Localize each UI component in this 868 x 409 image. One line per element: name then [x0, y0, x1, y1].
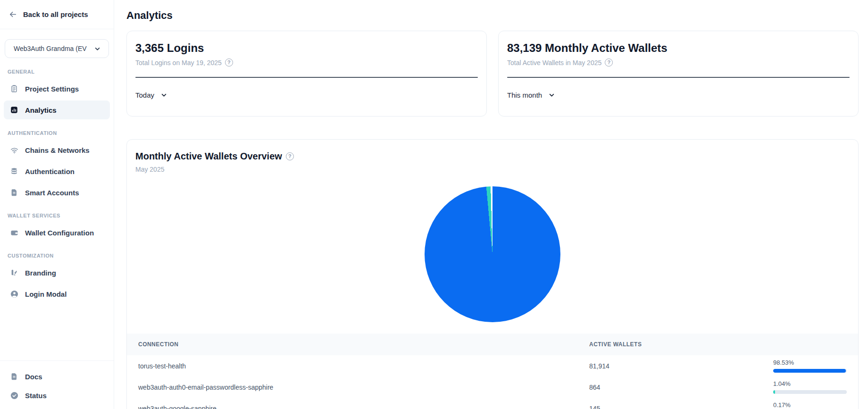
connections-table: CONNECTION ACTIVE WALLETS torus-test-hea… [127, 334, 858, 409]
section-label-authentication: AUTHENTICATION [8, 130, 106, 136]
help-icon[interactable]: ? [225, 58, 233, 67]
table-row: torus-test-health 81,914 98.53% [127, 355, 858, 376]
percent-label: 1.04% [773, 380, 847, 387]
check-circle-icon [9, 391, 19, 400]
sidebar-item-label: Smart Accounts [25, 189, 79, 197]
database-icon [9, 167, 19, 176]
sidebar-item-analytics[interactable]: Analytics [4, 100, 110, 119]
sidebar-item-label: Project Settings [25, 85, 79, 93]
connection-name: web3auth-auth0-email-passwordless-sapphi… [138, 384, 589, 391]
section-label-general: GENERAL [8, 69, 106, 75]
help-icon[interactable]: ? [605, 58, 613, 67]
sidebar-item-label: Status [25, 392, 47, 400]
section-label-customization: CUSTOMIZATION [8, 253, 106, 259]
sidebar-nav: GENERAL Project Settings Anal [0, 58, 114, 306]
progress-bar [773, 390, 847, 394]
sidebar-item-project-settings[interactable]: Project Settings [4, 79, 110, 98]
logins-stat-card: 3,365 Logins Total Logins on May 19, 202… [126, 31, 487, 117]
brush-icon [9, 268, 19, 277]
progress-bar-fill [773, 390, 775, 394]
chevron-down-icon [547, 90, 556, 100]
sidebar-item-label: Wallet Configuration [25, 229, 94, 237]
back-label: Back to all projects [23, 10, 88, 18]
arrow-left-icon [8, 10, 17, 19]
sidebar-item-label: Login Modal [25, 290, 67, 298]
sidebar-item-chains-networks[interactable]: Chains & Networks [4, 141, 110, 159]
active-wallets-stat-card: 83,139 Monthly Active Wallets Total Acti… [498, 31, 859, 117]
sidebar-item-label: Chains & Networks [25, 146, 90, 154]
bar-chart-icon [9, 105, 19, 115]
active-wallets-range-dropdown[interactable]: This month [507, 90, 556, 100]
active-wallets-flat-trend-line [507, 77, 850, 78]
wifi-icon [9, 145, 19, 155]
sidebar-item-label: Analytics [25, 106, 57, 114]
active-wallets-value: 81,914 [589, 362, 773, 370]
sidebar-item-login-modal[interactable]: Login Modal [4, 284, 110, 303]
overview-subtitle: May 2025 [135, 166, 858, 173]
document-icon [9, 188, 19, 197]
logins-stat-subtitle: Total Logins on May 19, 2025 [135, 59, 222, 67]
percent-label: 98.53% [773, 359, 847, 366]
logins-flat-trend-line [135, 77, 478, 78]
project-selector-value: Web3Auth Grandma (EV [14, 45, 87, 52]
table-row: web3auth-google-sapphire 145 0.17% [127, 398, 858, 409]
sidebar-item-label: Docs [25, 373, 42, 381]
active-wallets-stat-subtitle: Total Active Wallets in May 2025 [507, 59, 601, 67]
sidebar-item-authentication[interactable]: Authentication [4, 162, 110, 181]
sidebar: Back to all projects Web3Auth Grandma (E… [0, 0, 114, 409]
column-header-connection: CONNECTION [138, 341, 589, 348]
back-to-projects-link[interactable]: Back to all projects [0, 0, 114, 29]
wallet-icon [9, 228, 19, 237]
sidebar-item-status[interactable]: Status [8, 386, 106, 404]
sidebar-item-smart-accounts[interactable]: Smart Accounts [4, 183, 110, 202]
sidebar-item-wallet-configuration[interactable]: Wallet Configuration [4, 223, 110, 242]
sidebar-item-label: Authentication [25, 167, 75, 175]
active-wallets-range-value: This month [507, 91, 542, 99]
logins-range-value: Today [135, 91, 154, 99]
help-icon[interactable]: ? [286, 152, 294, 160]
chevron-down-icon [92, 44, 102, 53]
active-wallets-stat-title: 83,139 Monthly Active Wallets [507, 42, 850, 55]
overview-card: Monthly Active Wallets Overview ? May 20… [126, 139, 859, 409]
active-wallets-value: 145 [589, 405, 773, 409]
progress-bar [773, 369, 847, 373]
table-row: web3auth-auth0-email-passwordless-sapphi… [127, 376, 858, 398]
sidebar-item-label: Branding [25, 269, 56, 277]
app-window: Back to all projects Web3Auth Grandma (E… [0, 0, 868, 409]
sidebar-item-branding[interactable]: Branding [4, 263, 110, 282]
pie-chart [425, 186, 560, 322]
document-icon [9, 372, 19, 381]
overview-title: Monthly Active Wallets Overview [135, 151, 282, 162]
active-wallets-value: 864 [589, 384, 773, 391]
stat-cards-row: 3,365 Logins Total Logins on May 19, 202… [126, 31, 859, 117]
clipboard-icon [9, 84, 19, 93]
chevron-down-icon [159, 90, 168, 100]
section-label-wallet-services: WALLET SERVICES [8, 213, 106, 218]
user-circle-icon [9, 289, 19, 299]
table-header-row: CONNECTION ACTIVE WALLETS [127, 334, 858, 355]
logins-stat-title: 3,365 Logins [135, 42, 478, 55]
sidebar-footer: Docs Status [0, 360, 114, 409]
progress-bar-fill [773, 369, 846, 373]
column-header-active-wallets: ACTIVE WALLETS [589, 341, 773, 348]
main-content: Analytics 3,365 Logins Total Logins on M… [114, 0, 868, 409]
percent-label: 0.17% [773, 401, 847, 409]
connection-name: web3auth-google-sapphire [138, 405, 589, 409]
logins-range-dropdown[interactable]: Today [135, 90, 168, 100]
connection-name: torus-test-health [138, 362, 589, 370]
sidebar-item-docs[interactable]: Docs [8, 367, 106, 385]
page-title: Analytics [126, 9, 859, 22]
project-selector-dropdown[interactable]: Web3Auth Grandma (EV [5, 39, 109, 58]
